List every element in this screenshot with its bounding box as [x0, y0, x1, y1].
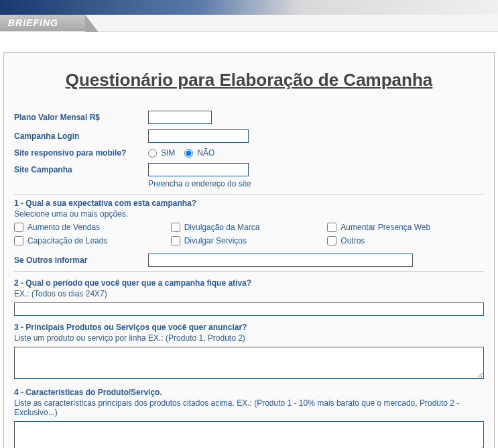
q1-outros-input[interactable]: [148, 254, 413, 267]
q4-hint: Liste as características principais dos …: [14, 398, 484, 417]
q2-input[interactable]: [14, 302, 484, 316]
q1-opt-f-label: Outros: [340, 236, 365, 245]
divider-2: [14, 271, 484, 272]
briefing-tab: BRIEFING: [0, 15, 85, 31]
q1-opt-b[interactable]: [171, 223, 180, 232]
q1-opt-f[interactable]: [327, 236, 336, 245]
q1-options: Aumento de Vendas Capacitação de Leads D…: [14, 223, 484, 249]
q1-opt-d-label: Capacitação de Leads: [27, 236, 107, 245]
q3-hint: Liste um produto ou serviço por linha EX…: [14, 333, 484, 343]
q2-label: 2 - Qual o período que você quer que a c…: [14, 278, 484, 288]
plano-label: Plano Valor Mensal R$: [14, 113, 148, 122]
q4-textarea[interactable]: [14, 421, 484, 448]
q1-opt-e-label: Divulgar Serviços: [184, 236, 247, 245]
site-input[interactable]: [148, 163, 249, 176]
responsive-sim-radio[interactable]: [148, 149, 157, 158]
q1-opt-c[interactable]: [327, 223, 336, 232]
form-container: Questionário para Elaboração de Campanha…: [3, 52, 495, 448]
q2-hint: EX.: (Todos os dias 24X7): [14, 289, 484, 298]
login-input[interactable]: [148, 129, 249, 143]
q1-opt-c-label: Aumentar Presença Web: [340, 223, 430, 232]
responsive-nao-radio[interactable]: [184, 149, 193, 158]
q1-opt-d[interactable]: [14, 236, 23, 245]
divider-1: [14, 194, 484, 194]
responsive-sim-label: SIM: [161, 148, 175, 158]
responsive-label: Site responsivo para mobile?: [14, 148, 148, 158]
q1-opt-a[interactable]: [14, 223, 23, 232]
briefing-row: BRIEFING: [0, 15, 498, 32]
q1-opt-a-label: Aumento de Vendas: [27, 223, 100, 232]
plano-input[interactable]: [148, 111, 212, 124]
q3-textarea[interactable]: [14, 347, 484, 379]
page-title: Questionário para Elaboração de Campanha: [14, 70, 484, 91]
login-label: Campanha Login: [14, 131, 148, 141]
q1-opt-e[interactable]: [171, 236, 180, 245]
header-band: [0, 0, 498, 15]
site-label: Site Campanha: [14, 165, 148, 174]
site-hint: Preencha o endereço do site: [148, 179, 484, 188]
responsive-nao-label: NÃO: [197, 148, 214, 158]
q4-label: 4 - Características do Produto/Serviço.: [14, 388, 484, 397]
q1-opt-b-label: Divulgação da Marca: [184, 223, 260, 232]
q1-label: 1 - Qual a sua expectativa com esta camp…: [14, 199, 484, 208]
q3-label: 3 - Principais Produtos ou Serviços que …: [14, 323, 484, 332]
q1-hint: Selecione uma ou mais opções.: [14, 209, 484, 219]
q1-outros-label: Se Outros informar: [14, 256, 148, 265]
